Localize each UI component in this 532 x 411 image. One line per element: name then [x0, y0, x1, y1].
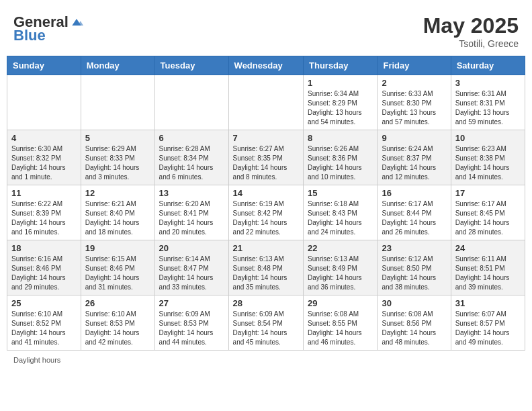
day-info: Sunrise: 6:09 AM Sunset: 8:53 PM Dayligh…	[159, 310, 224, 347]
day-info: Sunrise: 6:18 AM Sunset: 8:43 PM Dayligh…	[308, 199, 373, 237]
calendar-week-row: 11Sunrise: 6:22 AM Sunset: 8:39 PM Dayli…	[7, 185, 525, 240]
day-number: 10	[455, 133, 521, 143]
calendar-cell: 18Sunrise: 6:16 AM Sunset: 8:46 PM Dayli…	[7, 240, 81, 295]
day-info: Sunrise: 6:34 AM Sunset: 8:29 PM Dayligh…	[308, 89, 373, 127]
day-number: 23	[382, 243, 446, 253]
calendar-cell: 8Sunrise: 6:26 AM Sunset: 8:36 PM Daylig…	[304, 130, 378, 185]
day-number: 5	[85, 133, 150, 143]
calendar-cell: 15Sunrise: 6:18 AM Sunset: 8:43 PM Dayli…	[304, 185, 378, 240]
calendar-cell: 25Sunrise: 6:10 AM Sunset: 8:52 PM Dayli…	[7, 295, 81, 351]
calendar-header-wednesday: Wednesday	[228, 56, 303, 75]
calendar-cell: 2Sunrise: 6:33 AM Sunset: 8:30 PM Daylig…	[378, 75, 451, 130]
day-number: 3	[455, 78, 521, 88]
calendar-header-friday: Friday	[378, 56, 451, 75]
day-number: 16	[382, 188, 446, 198]
day-info: Sunrise: 6:13 AM Sunset: 8:48 PM Dayligh…	[233, 255, 299, 292]
calendar-cell: 14Sunrise: 6:19 AM Sunset: 8:42 PM Dayli…	[228, 185, 303, 240]
day-number: 29	[308, 298, 373, 308]
calendar-cell: 26Sunrise: 6:10 AM Sunset: 8:53 PM Dayli…	[81, 295, 154, 351]
day-number: 20	[159, 243, 224, 253]
calendar-header-monday: Monday	[81, 56, 154, 75]
calendar-cell	[228, 75, 303, 130]
day-number: 28	[233, 298, 299, 308]
calendar-cell: 5Sunrise: 6:29 AM Sunset: 8:33 PM Daylig…	[81, 130, 154, 185]
calendar-cell: 13Sunrise: 6:20 AM Sunset: 8:41 PM Dayli…	[154, 185, 228, 240]
day-number: 13	[159, 188, 224, 198]
calendar-cell: 7Sunrise: 6:27 AM Sunset: 8:35 PM Daylig…	[228, 130, 303, 185]
day-info: Sunrise: 6:12 AM Sunset: 8:50 PM Dayligh…	[382, 255, 446, 292]
day-info: Sunrise: 6:07 AM Sunset: 8:57 PM Dayligh…	[455, 310, 521, 347]
day-info: Sunrise: 6:33 AM Sunset: 8:30 PM Dayligh…	[382, 89, 446, 127]
day-info: Sunrise: 6:22 AM Sunset: 8:39 PM Dayligh…	[11, 199, 77, 237]
calendar-cell: 28Sunrise: 6:09 AM Sunset: 8:54 PM Dayli…	[228, 295, 303, 351]
footer: Daylight hours	[7, 356, 525, 364]
day-number: 18	[11, 243, 77, 253]
calendar-cell: 21Sunrise: 6:13 AM Sunset: 8:48 PM Dayli…	[228, 240, 303, 295]
calendar-header-saturday: Saturday	[451, 56, 525, 75]
day-info: Sunrise: 6:23 AM Sunset: 8:38 PM Dayligh…	[455, 144, 521, 182]
calendar-cell: 19Sunrise: 6:15 AM Sunset: 8:46 PM Dayli…	[81, 240, 154, 295]
logo: General Blue	[13, 13, 83, 44]
calendar-cell: 29Sunrise: 6:08 AM Sunset: 8:55 PM Dayli…	[304, 295, 378, 351]
day-info: Sunrise: 6:29 AM Sunset: 8:33 PM Dayligh…	[85, 144, 150, 182]
page-header: General Blue May 2025 Tsotili, Greece	[7, 7, 525, 52]
day-info: Sunrise: 6:24 AM Sunset: 8:37 PM Dayligh…	[382, 144, 446, 182]
day-info: Sunrise: 6:16 AM Sunset: 8:46 PM Dayligh…	[11, 255, 77, 292]
day-info: Sunrise: 6:10 AM Sunset: 8:52 PM Dayligh…	[11, 310, 77, 347]
calendar-cell: 11Sunrise: 6:22 AM Sunset: 8:39 PM Dayli…	[7, 185, 81, 240]
day-number: 7	[233, 133, 299, 143]
calendar-cell: 30Sunrise: 6:08 AM Sunset: 8:56 PM Dayli…	[378, 295, 451, 351]
calendar-cell: 24Sunrise: 6:11 AM Sunset: 8:51 PM Dayli…	[451, 240, 525, 295]
day-number: 27	[159, 298, 224, 308]
day-number: 8	[308, 133, 373, 143]
day-number: 15	[308, 188, 373, 198]
day-info: Sunrise: 6:17 AM Sunset: 8:45 PM Dayligh…	[455, 199, 521, 237]
title-block: May 2025 Tsotili, Greece	[423, 13, 519, 49]
calendar-cell: 4Sunrise: 6:30 AM Sunset: 8:32 PM Daylig…	[7, 130, 81, 185]
day-info: Sunrise: 6:17 AM Sunset: 8:44 PM Dayligh…	[382, 199, 446, 237]
calendar-week-row: 25Sunrise: 6:10 AM Sunset: 8:52 PM Dayli…	[7, 295, 525, 351]
day-number: 11	[11, 188, 77, 198]
calendar-header-row: SundayMondayTuesdayWednesdayThursdayFrid…	[7, 56, 525, 75]
calendar-cell	[154, 75, 228, 130]
calendar-table: SundayMondayTuesdayWednesdayThursdayFrid…	[7, 56, 525, 351]
calendar-cell: 16Sunrise: 6:17 AM Sunset: 8:44 PM Dayli…	[378, 185, 451, 240]
day-info: Sunrise: 6:26 AM Sunset: 8:36 PM Dayligh…	[308, 144, 373, 182]
logo-icon	[70, 15, 83, 29]
day-number: 17	[455, 188, 521, 198]
calendar-cell: 6Sunrise: 6:28 AM Sunset: 8:34 PM Daylig…	[154, 130, 228, 185]
calendar-cell	[81, 75, 154, 130]
day-info: Sunrise: 6:14 AM Sunset: 8:47 PM Dayligh…	[159, 255, 224, 292]
day-number: 4	[11, 133, 77, 143]
day-info: Sunrise: 6:21 AM Sunset: 8:40 PM Dayligh…	[85, 199, 150, 237]
calendar-cell: 27Sunrise: 6:09 AM Sunset: 8:53 PM Dayli…	[154, 295, 228, 351]
calendar-cell: 23Sunrise: 6:12 AM Sunset: 8:50 PM Dayli…	[378, 240, 451, 295]
day-number: 30	[382, 298, 446, 308]
calendar-cell: 3Sunrise: 6:31 AM Sunset: 8:31 PM Daylig…	[451, 75, 525, 130]
day-info: Sunrise: 6:31 AM Sunset: 8:31 PM Dayligh…	[455, 89, 521, 127]
calendar-cell: 17Sunrise: 6:17 AM Sunset: 8:45 PM Dayli…	[451, 185, 525, 240]
day-number: 14	[233, 188, 299, 198]
day-number: 9	[382, 133, 446, 143]
day-info: Sunrise: 6:27 AM Sunset: 8:35 PM Dayligh…	[233, 144, 299, 182]
day-number: 25	[11, 298, 77, 308]
day-info: Sunrise: 6:13 AM Sunset: 8:49 PM Dayligh…	[308, 255, 373, 292]
calendar-cell: 9Sunrise: 6:24 AM Sunset: 8:37 PM Daylig…	[378, 130, 451, 185]
calendar-week-row: 18Sunrise: 6:16 AM Sunset: 8:46 PM Dayli…	[7, 240, 525, 295]
day-number: 22	[308, 243, 373, 253]
day-number: 24	[455, 243, 521, 253]
day-info: Sunrise: 6:08 AM Sunset: 8:55 PM Dayligh…	[308, 310, 373, 347]
month-year-title: May 2025	[423, 13, 519, 38]
day-number: 26	[85, 298, 150, 308]
day-number: 2	[382, 78, 446, 88]
day-info: Sunrise: 6:15 AM Sunset: 8:46 PM Dayligh…	[85, 255, 150, 292]
day-info: Sunrise: 6:10 AM Sunset: 8:53 PM Dayligh…	[85, 310, 150, 347]
day-number: 31	[455, 298, 521, 308]
day-info: Sunrise: 6:30 AM Sunset: 8:32 PM Dayligh…	[11, 144, 77, 182]
calendar-header-thursday: Thursday	[304, 56, 378, 75]
calendar-cell: 31Sunrise: 6:07 AM Sunset: 8:57 PM Dayli…	[451, 295, 525, 351]
calendar-cell: 20Sunrise: 6:14 AM Sunset: 8:47 PM Dayli…	[154, 240, 228, 295]
calendar-header-tuesday: Tuesday	[154, 56, 228, 75]
calendar-cell: 1Sunrise: 6:34 AM Sunset: 8:29 PM Daylig…	[304, 75, 378, 130]
day-number: 12	[85, 188, 150, 198]
